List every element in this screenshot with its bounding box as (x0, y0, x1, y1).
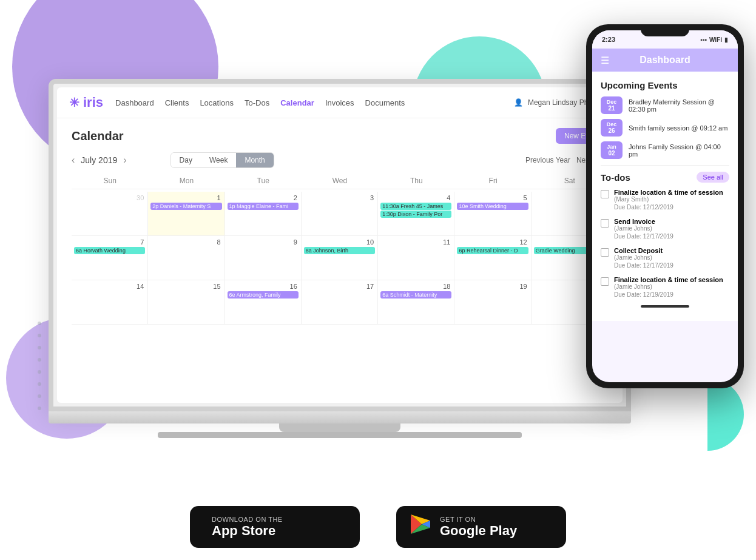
svg-point-31 (38, 394, 41, 398)
month-nav: ‹ July 2019 › (72, 155, 127, 166)
google-play-name: Google Play (440, 523, 517, 539)
home-indicator (641, 305, 689, 308)
phone-status-bar: 2:23 ▪▪▪ WiFi ▮ (592, 30, 738, 49)
google-play-icon (410, 513, 431, 541)
calendar-grid: Sun Mon Tue Wed Thu Fri Sat 30 (72, 177, 608, 325)
phone-mockup: 2:23 ▪▪▪ WiFi ▮ ☰ Dashboard Upcoming Eve… (586, 24, 744, 388)
event-item-0: Dec 21 Bradley Maternity Session @ 02:30… (601, 96, 729, 114)
apple-store-button[interactable]: Download on the App Store (190, 506, 360, 548)
phone-status-icons: ▪▪▪ WiFi ▮ (700, 36, 728, 43)
cal-cell-jul9[interactable]: 9 (225, 236, 302, 280)
nav-dashboard[interactable]: Dashboard (115, 98, 154, 107)
hamburger-menu-icon[interactable]: ☰ (601, 55, 609, 66)
wifi-icon: WiFi (709, 36, 722, 43)
event-johnson: 8a Johnson, Birth (304, 247, 375, 254)
cal-cell-jul7[interactable]: 7 6a Horvath Wedding (72, 236, 148, 280)
apple-store-name: App Store (212, 523, 283, 539)
iris-logo-text: iris (83, 95, 103, 110)
event-text-0: Bradley Maternity Session @ 02:30 pm (629, 98, 729, 113)
event-text-1: Smith family session @ 09:12 am (629, 124, 727, 132)
calendar-row-1: 7 6a Horvath Wedding 8 9 10 8a Johnson, … (72, 236, 608, 280)
calendar-content: Calendar New Event ‹ July 2019 › Day Wee… (57, 118, 623, 334)
svg-point-34 (38, 407, 41, 410)
phone-inner: 2:23 ▪▪▪ WiFi ▮ ☰ Dashboard Upcoming Eve… (592, 30, 738, 382)
nav-invoices[interactable]: Invoices (325, 98, 354, 107)
day-mon: Mon (148, 177, 224, 185)
todo-checkbox-3[interactable] (601, 277, 609, 286)
svg-point-11 (38, 346, 41, 349)
cal-cell-jul2[interactable]: 2 1p Maggie Elaine - Fami (225, 192, 302, 235)
todo-content-0: Finalize location & time of session (Mar… (614, 189, 723, 211)
todo-item-3: Finalize location & time of session (Jam… (601, 276, 729, 298)
todo-item-0: Finalize location & time of session (Mar… (601, 189, 729, 211)
divider (601, 165, 729, 166)
apple-store-text: Download on the App Store (212, 516, 283, 539)
day-fri: Fri (454, 177, 531, 185)
day-sun: Sun (72, 177, 148, 185)
phone-body: Upcoming Events Dec 21 Bradley Maternity… (592, 72, 738, 321)
cal-cell-jul10[interactable]: 10 8a Johnson, Birth (302, 236, 378, 280)
week-view-button[interactable]: Week (201, 153, 236, 167)
todo-checkbox-0[interactable] (601, 190, 609, 198)
month-view-button[interactable]: Month (236, 153, 273, 167)
prev-year-button[interactable]: Previous Year (525, 156, 570, 164)
nav-clients[interactable]: Clients (165, 98, 189, 107)
cal-cell-jul1[interactable]: 1 2p Daniels - Maternity S (148, 192, 224, 235)
laptop-foot (158, 432, 522, 438)
laptop-mockup: ✳ iris Dashboard Clients Locations To-Do… (49, 79, 631, 438)
phone-outer: 2:23 ▪▪▪ WiFi ▮ ☰ Dashboard Upcoming Eve… (586, 24, 744, 388)
google-play-prefix: GET IT ON (440, 516, 517, 523)
event-date-0: Dec 21 (601, 96, 623, 114)
upcoming-events-title: Upcoming Events (601, 80, 729, 90)
cal-cell-jul19[interactable]: 19 (454, 280, 531, 324)
todos-title: To-dos (601, 172, 630, 183)
iris-logo-icon: ✳ (69, 95, 79, 110)
laptop-screen-inner: ✳ iris Dashboard Clients Locations To-Do… (57, 87, 623, 403)
phone-app-header: ☰ Dashboard (592, 49, 738, 72)
cal-cell-jul3[interactable]: 3 (302, 192, 378, 235)
cal-cell-jul18[interactable]: 18 6a Schmidt - Maternity (378, 280, 454, 324)
nav-calendar[interactable]: Calendar (280, 98, 314, 107)
cal-cell-jun30: 30 (72, 192, 148, 235)
day-view-button[interactable]: Day (171, 153, 201, 167)
todo-content-1: Send Invoice (Jamie Johns) Due Date: 12/… (614, 218, 673, 240)
event-schmidt: 6a Schmidt - Maternity (380, 291, 451, 299)
google-play-button[interactable]: GET IT ON Google Play (396, 506, 566, 548)
cal-cell-jul17[interactable]: 17 (302, 280, 378, 324)
cal-cell-jul4[interactable]: 4 11:30a Fresh 45 - James 1:30p Dixon - … (378, 192, 454, 235)
cal-cell-jul8[interactable]: 8 (148, 236, 224, 280)
next-month-arrow[interactable]: › (123, 155, 126, 166)
event-maggie: 1p Maggie Elaine - Fami (228, 203, 299, 210)
calendar-controls: ‹ July 2019 › Day Week Month Previous Ye… (72, 152, 608, 168)
nav-locations[interactable]: Locations (200, 98, 234, 107)
cal-cell-jul14[interactable]: 14 (72, 280, 148, 324)
cal-cell-jul11[interactable]: 11 (378, 236, 454, 280)
event-date-1: Dec 26 (601, 119, 623, 137)
cal-cell-jul16[interactable]: 16 6e Armstrong, Family (225, 280, 302, 324)
see-all-button[interactable]: See all (697, 172, 729, 183)
cal-cell-jul15[interactable]: 15 (148, 280, 224, 324)
calendar-title: Calendar (72, 129, 124, 143)
svg-point-16 (38, 358, 41, 362)
nav-documents[interactable]: Documents (365, 98, 405, 107)
teal-arc-decoration (707, 378, 744, 451)
todos-header: To-dos See all (601, 172, 729, 183)
svg-point-22 (38, 370, 41, 374)
iris-navbar: ✳ iris Dashboard Clients Locations To-Do… (57, 87, 623, 118)
cal-cell-jul5[interactable]: 5 10e Smith Wedding (454, 192, 531, 235)
event-armstrong: 6e Armstrong, Family (228, 291, 299, 299)
cal-cell-jul12[interactable]: 12 6p Rehearsal Dinner - D (454, 236, 531, 280)
event-item-2: Jan 02 Johns Family Session @ 04:00 pm (601, 141, 729, 159)
iris-nav-links: Dashboard Clients Locations To-Dos Calen… (115, 98, 405, 107)
phone-time: 2:23 (602, 36, 615, 43)
nav-todos[interactable]: To-Dos (245, 98, 269, 107)
todo-item-1: Send Invoice (Jamie Johns) Due Date: 12/… (601, 218, 729, 240)
signal-icon: ▪▪▪ (700, 36, 707, 43)
todo-checkbox-1[interactable] (601, 219, 609, 228)
calendar-row-0: 30 1 2p Daniels - Maternity S 2 1p Maggi… (72, 192, 608, 236)
day-tue: Tue (225, 177, 302, 185)
store-buttons: Download on the App Store GET IT ON Goog… (0, 506, 756, 548)
todo-checkbox-2[interactable] (601, 248, 609, 257)
event-horvath: 6a Horvath Wedding (74, 247, 145, 254)
prev-month-arrow[interactable]: ‹ (72, 155, 75, 166)
